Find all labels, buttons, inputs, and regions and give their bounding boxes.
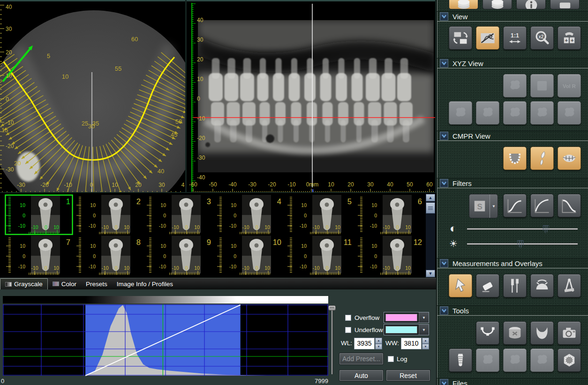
chevron-down-icon[interactable]	[440, 179, 448, 187]
section-header-files[interactable]: Files	[437, 378, 588, 385]
svg-text:-10: -10	[159, 223, 166, 229]
log-checkbox[interactable]	[388, 356, 394, 362]
svg-text:-10: -10	[370, 223, 377, 229]
arch-icon	[506, 150, 523, 167]
axial-arch-viewport[interactable]: 403020100-10-20-30-30-20-100102030451015…	[0, 3, 186, 193]
cross-section-cell-6[interactable]: 100-10-100106	[356, 194, 425, 236]
reset-button[interactable]: Reset	[386, 370, 430, 381]
angle-tool-button[interactable]	[530, 274, 554, 297]
chevron-down-icon[interactable]: ▼	[419, 325, 429, 335]
chevron-down-icon[interactable]: ▼	[490, 194, 498, 218]
wl-down-icon[interactable]: ▼	[375, 344, 382, 350]
chevron-down-icon[interactable]: ▼	[419, 312, 429, 323]
svg-text:-20: -20	[40, 182, 49, 188]
cross-sections-button[interactable]	[530, 147, 554, 170]
distance-tool-button[interactable]	[503, 274, 527, 297]
slab-view-button[interactable]	[449, 0, 478, 9]
svg-text:35: 35	[92, 120, 99, 127]
chevron-down-icon[interactable]	[440, 379, 448, 385]
chevron-down-icon[interactable]	[440, 12, 448, 21]
section-header-tools[interactable]: Tools	[437, 305, 588, 316]
chevron-down-icon[interactable]	[440, 132, 448, 140]
section-header-cmpr[interactable]: CMPR View	[437, 131, 588, 141]
tab-image-info[interactable]: Image Info / Profiles	[112, 278, 178, 289]
info-button[interactable]	[516, 0, 546, 9]
scroll-down-icon[interactable]: ▼	[426, 270, 435, 277]
svg-text:-30: -30	[197, 155, 205, 161]
wl-up-icon[interactable]: ▲	[375, 338, 382, 344]
chevron-down-icon[interactable]	[440, 59, 448, 67]
ww-up-icon[interactable]: ▲	[422, 338, 429, 344]
scroll-thumb[interactable]	[426, 202, 435, 214]
chevron-down-icon[interactable]	[440, 306, 448, 315]
brightness-slider-thumb[interactable]	[517, 240, 523, 248]
cross-section-cell-3[interactable]: 100-10-100103	[145, 194, 214, 236]
svg-text:-10: -10	[229, 223, 236, 229]
layout-rotate-button[interactable]	[449, 26, 472, 50]
ww-down-icon[interactable]: ▼	[422, 344, 429, 350]
contrast-slider[interactable]	[467, 229, 578, 230]
scroll-up-icon[interactable]: ▲	[426, 194, 435, 201]
block-view-button[interactable]	[550, 0, 580, 9]
ww-spinner[interactable]: 3810 ▲▼	[401, 338, 429, 349]
nerve-canal-button[interactable]	[558, 348, 581, 372]
panorama-view-button[interactable]	[558, 147, 581, 170]
snapshot-button[interactable]	[558, 321, 581, 345]
tab-color[interactable]: Color	[48, 278, 81, 289]
panoramic-viewport[interactable]: 403020100-10-20-30-40-60-50-40-30-20-100…	[187, 3, 435, 193]
curve-inverse-button[interactable]	[558, 194, 581, 217]
cross-section-cell-9[interactable]: 100-10-100109	[145, 235, 214, 276]
underflow-color-dropdown[interactable]: ▼	[384, 324, 429, 335]
svg-text:10: 10	[197, 76, 204, 82]
window-level-button[interactable]	[476, 26, 499, 50]
volume-clip-button[interactable]	[503, 321, 527, 345]
ww-value[interactable]: 3810	[401, 338, 422, 349]
tab-presets[interactable]: Presets	[81, 278, 112, 289]
cross-section-cell-11[interactable]: 100-10-1001011	[286, 235, 354, 276]
pointer-tool-button[interactable]	[449, 274, 472, 297]
histogram-zoom-slider[interactable]	[332, 307, 332, 374]
underflow-checkbox[interactable]	[345, 327, 351, 333]
slab-view-2-button[interactable]	[482, 0, 512, 9]
auto-button[interactable]: Auto	[339, 370, 384, 381]
section-header-meas[interactable]: Measurements and Overlays	[437, 258, 588, 268]
dual-compare-button[interactable]: ++	[558, 26, 581, 50]
head-rotate-button	[558, 101, 581, 125]
contrast-slider-thumb[interactable]	[543, 225, 549, 233]
arch-view-button[interactable]	[503, 147, 527, 170]
sharpen-filter-combo[interactable]: S ▼	[469, 194, 498, 218]
svg-text:1:1: 1:1	[511, 32, 519, 39]
overflow-color-dropdown[interactable]: ▼	[384, 312, 429, 323]
histogram-zoom-handle[interactable]	[328, 305, 336, 311]
svg-text:11: 11	[344, 238, 352, 246]
section-header-filters[interactable]: Filters	[437, 178, 588, 188]
section-header-xyz[interactable]: XYZ View	[437, 58, 588, 68]
wl-spinner[interactable]: 3935 ▲▼	[354, 338, 382, 349]
jaw-segment-button[interactable]	[530, 321, 554, 345]
erase-tool-button[interactable]	[476, 274, 499, 297]
cross-section-cell-10[interactable]: 100-10-1001010	[216, 235, 284, 276]
calibrate-tool-button[interactable]	[558, 274, 581, 297]
curve-gamma-button[interactable]	[530, 194, 554, 217]
cross-section-cell-2[interactable]: 100-10-100102	[75, 194, 143, 236]
svg-text:10: 10	[405, 224, 411, 230]
cross-section-cell-8[interactable]: 100-10-100108	[75, 235, 143, 276]
implant-tool-button[interactable]	[449, 348, 472, 372]
wl-value[interactable]: 3935	[354, 338, 375, 349]
eraser-icon	[479, 277, 496, 294]
section-header-view[interactable]: View	[437, 11, 588, 22]
chevron-down-icon[interactable]	[440, 259, 448, 267]
histogram-plot[interactable]	[3, 296, 329, 378]
curve-s-button[interactable]	[503, 194, 527, 217]
strip-scrollbar[interactable]: ▲ ▼	[426, 194, 435, 277]
overflow-checkbox[interactable]	[345, 315, 351, 321]
cross-section-cell-1[interactable]: 100-10-100101	[5, 194, 73, 236]
zoom-x2-button[interactable]: x2	[530, 26, 554, 50]
cross-section-cell-5[interactable]: 100-10-100105	[286, 194, 354, 236]
spline-tool-button[interactable]	[476, 321, 499, 345]
tab-grayscale[interactable]: Grayscale	[0, 278, 48, 289]
cross-section-cell-4[interactable]: 100-10-100104	[216, 194, 284, 236]
cross-section-cell-12[interactable]: 100-10-1001012	[356, 235, 425, 276]
cross-section-cell-7[interactable]: 100-10-100107	[5, 235, 73, 276]
one-to-one-button[interactable]: 1:1	[503, 26, 527, 50]
